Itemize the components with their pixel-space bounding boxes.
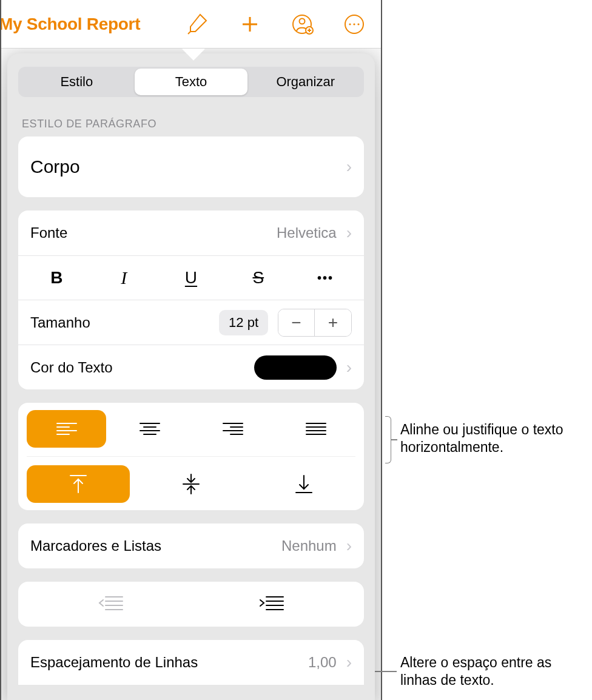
text-color-swatch[interactable] xyxy=(254,355,337,380)
bullets-label: Marcadores e Listas xyxy=(30,537,161,554)
align-justify-button[interactable] xyxy=(276,410,355,448)
collaborate-icon[interactable] xyxy=(290,12,314,36)
underline-button[interactable]: U xyxy=(164,264,218,291)
text-style-row: B I U S ••• xyxy=(18,255,364,300)
bullets-card: Marcadores e Listas Nenhum › xyxy=(18,523,364,568)
paragraph-style-card: Corpo › xyxy=(18,136,364,197)
font-value: Helvetica xyxy=(277,224,337,241)
font-size-label: Tamanho xyxy=(30,314,90,331)
paragraph-style-header: ESTILO DE PARÁGRAFO xyxy=(22,118,362,130)
font-label: Fonte xyxy=(30,224,67,241)
svg-point-8 xyxy=(349,23,351,25)
line-spacing-row[interactable]: Espacejamento de Linhas 1,00 › xyxy=(18,640,364,685)
tab-text[interactable]: Texto xyxy=(135,69,248,95)
annotation-bracket-align xyxy=(385,416,391,463)
font-size-increase[interactable]: + xyxy=(315,309,351,336)
more-text-options-button[interactable]: ••• xyxy=(298,264,353,291)
line-spacing-card: Espacejamento de Linhas 1,00 › xyxy=(18,640,364,685)
indent-button[interactable] xyxy=(258,594,286,614)
font-size-stepper: − + xyxy=(278,309,352,337)
align-center-button[interactable] xyxy=(110,410,189,448)
svg-point-9 xyxy=(353,23,355,25)
svg-point-3 xyxy=(300,18,305,24)
valign-middle-button[interactable] xyxy=(140,465,243,503)
chevron-right-icon: › xyxy=(346,157,352,177)
valign-bottom-button[interactable] xyxy=(252,465,355,503)
text-color-row[interactable]: Cor do Texto › xyxy=(18,345,364,389)
font-row[interactable]: Fonte Helvetica › xyxy=(18,210,364,255)
annotation-align-text: Alinhe ou justifique o texto horizontalm… xyxy=(400,421,588,456)
align-right-button[interactable] xyxy=(193,410,272,448)
more-actions-icon[interactable] xyxy=(342,12,366,36)
font-size-decrease[interactable]: − xyxy=(278,309,315,336)
alignment-card xyxy=(18,403,364,510)
line-spacing-label: Espacejamento de Linhas xyxy=(30,654,198,671)
font-card: Fonte Helvetica › B I U S ••• Tamanho xyxy=(18,210,364,389)
indent-card xyxy=(18,582,364,627)
tab-style[interactable]: Estilo xyxy=(20,69,133,95)
document-title[interactable]: My School Report xyxy=(0,15,140,34)
annotation-leader-align xyxy=(391,439,397,440)
tab-arrange[interactable]: Organizar xyxy=(249,69,362,95)
inspector-tabs: Estilo Texto Organizar xyxy=(18,67,364,97)
bullets-value: Nenhum xyxy=(281,537,337,554)
line-spacing-value: 1,00 xyxy=(308,654,337,671)
valign-top-button[interactable] xyxy=(27,465,130,503)
italic-button[interactable]: I xyxy=(96,264,151,291)
chevron-right-icon: › xyxy=(346,653,352,672)
bullets-row[interactable]: Marcadores e Listas Nenhum › xyxy=(18,523,364,568)
chevron-right-icon: › xyxy=(346,223,352,243)
paragraph-style-row[interactable]: Corpo › xyxy=(18,136,364,197)
horizontal-align-row xyxy=(27,410,355,448)
top-toolbar: My School Report xyxy=(1,0,381,49)
text-color-label: Cor do Texto xyxy=(30,359,113,376)
align-left-button[interactable] xyxy=(27,410,106,448)
font-size-row: Tamanho 12 pt − + xyxy=(18,300,364,345)
chevron-right-icon: › xyxy=(346,536,352,556)
chevron-right-icon: › xyxy=(346,358,352,377)
format-inspector-panel: My School Report xyxy=(0,0,382,700)
bold-button[interactable]: B xyxy=(29,264,84,291)
font-size-value[interactable]: 12 pt xyxy=(219,310,268,335)
annotation-spacing-text: Altere o espaço entre as linhas de texto… xyxy=(400,654,588,689)
inspector-popover: Estilo Texto Organizar ESTILO DE PARÁGRA… xyxy=(1,49,381,700)
paragraph-style-value: Corpo xyxy=(30,156,80,177)
outdent-button[interactable] xyxy=(97,594,125,614)
strikethrough-button[interactable]: S xyxy=(231,264,286,291)
format-brush-icon[interactable] xyxy=(186,12,210,36)
toolbar-actions xyxy=(186,12,366,36)
vertical-align-row xyxy=(27,456,355,503)
insert-plus-icon[interactable] xyxy=(238,12,262,36)
svg-point-10 xyxy=(357,23,359,25)
